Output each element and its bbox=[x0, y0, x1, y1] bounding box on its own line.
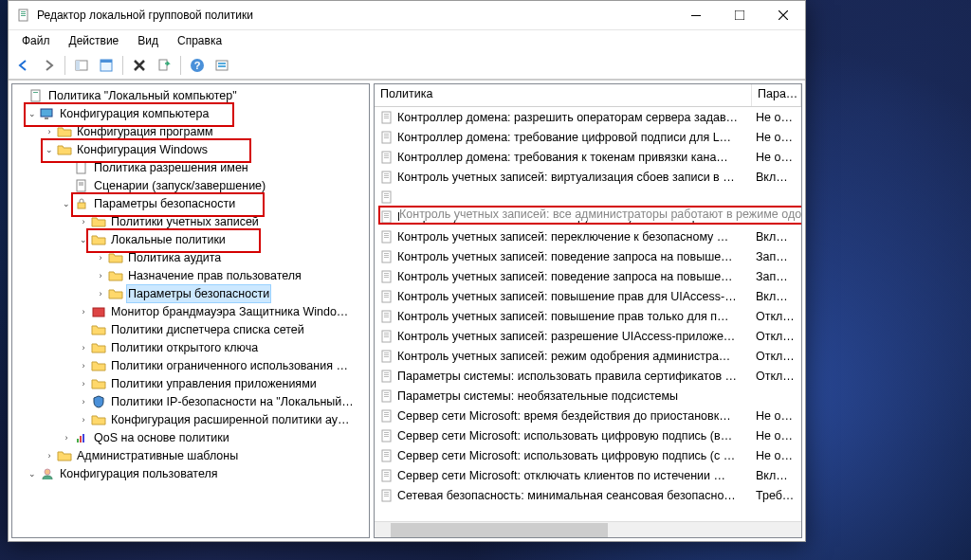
chevron-right-icon[interactable]: › bbox=[77, 393, 90, 410]
export-button[interactable] bbox=[153, 54, 175, 77]
tree-local-policies[interactable]: ⌄ Локальные политики bbox=[12, 230, 369, 248]
list-row[interactable] bbox=[375, 187, 801, 207]
scrollbar-thumb[interactable] bbox=[391, 523, 608, 537]
list-row[interactable]: Контроллер домена: разрешить операторам … bbox=[375, 107, 801, 127]
chevron-right-icon[interactable]: › bbox=[77, 411, 90, 428]
list-row[interactable]: Контроль учетных записей: поведение запр… bbox=[375, 266, 801, 286]
menu-view[interactable]: Вид bbox=[128, 32, 168, 49]
tree-program-config[interactable]: › Конфигурация программ bbox=[12, 122, 369, 140]
chevron-right-icon[interactable]: › bbox=[77, 357, 90, 374]
tree-ip-security[interactable]: › Политики IP-безопасности на "Локальный… bbox=[12, 392, 369, 410]
list-row[interactable]: Сетевая безопасность: минимальная сеансо… bbox=[375, 485, 801, 505]
list-row[interactable]: Контроль учетных записей: разрешение UIA… bbox=[375, 326, 801, 346]
chevron-right-icon[interactable]: › bbox=[43, 123, 56, 140]
tree-label: Конфигурация компьютера bbox=[58, 105, 211, 122]
tree-firewall[interactable]: › Монитор брандмауэра Защитника Windo… bbox=[12, 302, 369, 320]
content: Политика "Локальный компьютер" ⌄ Конфигу… bbox=[9, 80, 805, 541]
list-row[interactable]: Параметры системы: использовать правила … bbox=[375, 366, 801, 386]
tree-security-settings[interactable]: ⌄ Параметры безопасности bbox=[12, 194, 369, 212]
tree-name-resolution[interactable]: Политика разрешения имен bbox=[12, 158, 369, 176]
list-row[interactable]: Сервер сети Microsoft: использовать цифр… bbox=[375, 445, 801, 465]
policy-icon bbox=[27, 88, 45, 103]
maximize-button[interactable] bbox=[718, 1, 761, 29]
titlebar[interactable]: Редактор локальной групповой политики bbox=[9, 1, 805, 30]
properties-button[interactable] bbox=[95, 54, 118, 77]
close-button[interactable] bbox=[761, 1, 805, 29]
tree-advanced-audit[interactable]: › Конфигурация расширенной политики ау… bbox=[12, 410, 369, 428]
svg-rect-75 bbox=[384, 336, 389, 337]
list-row[interactable]: Контроль учетных записей: режим одобрени… bbox=[375, 346, 801, 366]
tree-qos[interactable]: › QoS на основе политики bbox=[12, 428, 369, 446]
show-hide-tree-button[interactable] bbox=[70, 54, 93, 77]
chevron-right-icon[interactable]: › bbox=[94, 285, 107, 302]
policy-doc-icon bbox=[378, 369, 395, 384]
tree-hscrollbar[interactable] bbox=[12, 537, 369, 538]
minimize-button[interactable] bbox=[674, 1, 718, 29]
list-row[interactable]: Сервер сети Microsoft: отключать клиенто… bbox=[375, 465, 801, 485]
tree-software-restriction[interactable]: › Политики ограниченного использования … bbox=[12, 356, 369, 374]
tree-computer-config[interactable]: ⌄ Конфигурация компьютера bbox=[12, 104, 369, 122]
folder-lock-icon bbox=[90, 214, 107, 229]
list-header[interactable]: Политика Пара… bbox=[375, 84, 801, 107]
list-row[interactable]: Параметры системы: необязательные подсис… bbox=[375, 386, 801, 406]
svg-rect-74 bbox=[384, 334, 389, 335]
nav-forward-button[interactable] bbox=[37, 54, 60, 77]
tree-windows-config[interactable]: ⌄ Конфигурация Windows bbox=[12, 140, 369, 158]
chevron-right-icon[interactable]: › bbox=[94, 267, 107, 284]
list-row[interactable]: Контроль учетных записей: поведение запр… bbox=[375, 246, 801, 266]
list-row[interactable]: Контроллер домена: требование цифровой п… bbox=[375, 127, 801, 147]
tree-audit-policy[interactable]: › Политика аудита bbox=[12, 248, 369, 266]
policy-tree[interactable]: Политика "Локальный компьютер" ⌄ Конфигу… bbox=[12, 84, 369, 537]
chevron-right-icon[interactable]: › bbox=[77, 339, 90, 356]
folder-icon bbox=[56, 142, 73, 157]
chevron-right-icon[interactable]: › bbox=[94, 249, 107, 266]
tree-label: Конфигурация расширенной политики ау… bbox=[109, 411, 352, 428]
list-row[interactable]: Контроль учетных записей: виртуализация … bbox=[375, 167, 801, 187]
tree-account-policies[interactable]: › Политики учетных записей bbox=[12, 212, 369, 230]
chevron-right-icon[interactable]: › bbox=[43, 447, 56, 464]
menu-action[interactable]: Действие bbox=[60, 32, 129, 49]
chevron-right-icon[interactable]: › bbox=[77, 213, 90, 230]
chevron-down-icon[interactable]: ⌄ bbox=[60, 195, 73, 212]
nav-back-button[interactable] bbox=[12, 54, 35, 77]
chevron-down-icon[interactable]: ⌄ bbox=[43, 141, 56, 158]
list-panel: Политика Пара… Контроль учетных записей:… bbox=[374, 83, 802, 538]
svg-rect-2 bbox=[21, 13, 26, 14]
tree-security-options[interactable]: › Параметры безопасности bbox=[12, 284, 369, 302]
chevron-right-icon[interactable]: › bbox=[77, 375, 90, 392]
chevron-down-icon[interactable]: ⌄ bbox=[77, 231, 90, 248]
list-body[interactable]: Контроль учетных записей: все администра… bbox=[375, 107, 801, 521]
filter-button[interactable] bbox=[211, 54, 233, 77]
svg-rect-97 bbox=[384, 452, 389, 453]
list-row[interactable]: Сервер сети Microsoft: время бездействия… bbox=[375, 406, 801, 425]
chevron-down-icon[interactable]: ⌄ bbox=[26, 105, 39, 122]
tree-public-key[interactable]: › Политики открытого ключа bbox=[12, 338, 369, 356]
list-hscrollbar[interactable] bbox=[375, 521, 801, 537]
header-param[interactable]: Пара… bbox=[752, 84, 801, 106]
list-row[interactable]: Сервер сети Microsoft: использовать цифр… bbox=[375, 425, 801, 445]
tree-panel[interactable]: Политика "Локальный компьютер" ⌄ Конфигу… bbox=[11, 83, 370, 538]
tree-admin-templates[interactable]: › Административные шаблоны bbox=[12, 446, 369, 464]
tree-user-config[interactable]: ⌄ Конфигурация пользователя bbox=[12, 464, 369, 482]
row-label: Контроллер домена: разрешить операторам … bbox=[397, 111, 752, 124]
list-row[interactable]: Контроллер домена: требования к токенам … bbox=[375, 147, 801, 167]
help-button[interactable]: ? bbox=[186, 54, 209, 77]
menu-file[interactable]: Файл bbox=[12, 32, 60, 49]
list-row[interactable]: Контроль учетных записей: повышение прав… bbox=[375, 286, 801, 306]
menu-help[interactable]: Справка bbox=[168, 32, 231, 49]
tree-root[interactable]: Политика "Локальный компьютер" bbox=[12, 86, 369, 104]
chevron-right-icon[interactable]: › bbox=[60, 429, 73, 446]
svg-rect-50 bbox=[384, 215, 389, 216]
folder-lock-icon bbox=[90, 232, 107, 247]
list-row[interactable]: Контроль учетных записей: переключение к… bbox=[375, 226, 801, 246]
delete-button[interactable] bbox=[128, 54, 151, 77]
list-row[interactable]: Контроль учетных записей: повышение прав… bbox=[375, 306, 801, 326]
chevron-right-icon[interactable]: › bbox=[77, 303, 90, 320]
tree-network-list[interactable]: Политики диспетчера списка сетей bbox=[12, 320, 369, 338]
row-value: Вкл… bbox=[752, 290, 801, 303]
tree-app-control[interactable]: › Политики управления приложениями bbox=[12, 374, 369, 392]
chevron-down-icon[interactable]: ⌄ bbox=[26, 465, 39, 482]
tree-scripts[interactable]: Сценарии (запуск/завершение) bbox=[12, 176, 369, 194]
tree-user-rights[interactable]: › Назначение прав пользователя bbox=[12, 266, 369, 284]
header-policy[interactable]: Политика bbox=[375, 84, 752, 106]
